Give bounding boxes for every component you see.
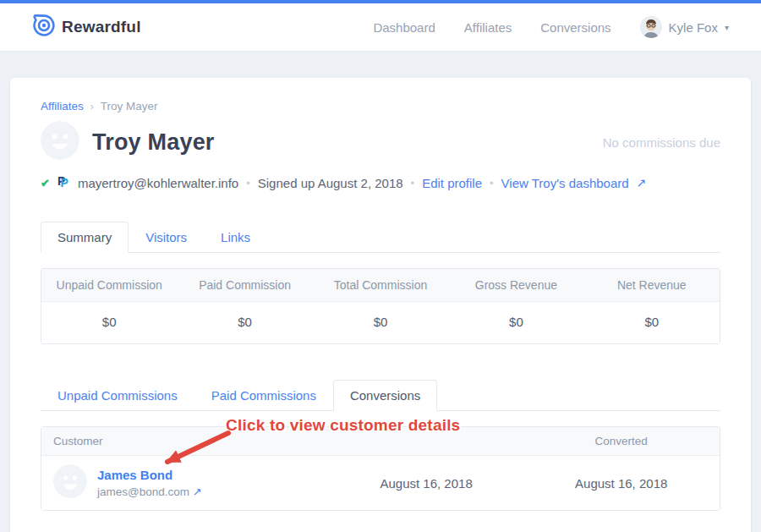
- breadcrumb: Affiliates › Troy Mayer: [41, 100, 720, 112]
- column-header-customer: Customer: [41, 427, 330, 455]
- breadcrumb-current: Troy Mayer: [101, 100, 158, 112]
- external-link-icon: ↗: [637, 176, 647, 189]
- profile-meta-row: ✔ P P mayertroy@kohlerwalter.info • Sign…: [41, 174, 720, 191]
- top-navbar: Rewardful Dashboard Affiliates Conversio…: [0, 3, 761, 52]
- stats-header-row: Unpaid Commission Paid Commission Total …: [41, 269, 720, 302]
- svg-text:P: P: [60, 176, 68, 189]
- customer-avatar: [53, 464, 87, 502]
- stats-header-unpaid: Unpaid Commission: [41, 269, 177, 301]
- converted-date-cell: August 16, 2018: [523, 476, 720, 491]
- tab-unpaid-commissions[interactable]: Unpaid Commissions: [41, 380, 194, 411]
- stats-header-gross: Gross Revenue: [448, 269, 583, 301]
- stats-header-paid: Paid Commission: [177, 269, 312, 301]
- tab-links[interactable]: Links: [204, 222, 267, 253]
- stats-value-net: $0: [584, 302, 720, 343]
- conversions-table: Customer Converted James Bond james@: [41, 426, 720, 511]
- page-title: Troy Mayer: [92, 129, 215, 156]
- profile-header: Troy Mayer No commissions due: [41, 121, 720, 163]
- tab-paid-commissions[interactable]: Paid Commissions: [194, 380, 333, 411]
- verified-check-icon: ✔: [41, 177, 50, 189]
- nav-link-conversions[interactable]: Conversions: [540, 20, 610, 35]
- dot-separator: •: [246, 177, 250, 189]
- chevron-down-icon: ▾: [725, 23, 729, 32]
- affiliate-avatar: [41, 121, 79, 163]
- commission-stats-table: Unpaid Commission Paid Commission Total …: [41, 268, 720, 344]
- customer-email[interactable]: james@bond.com ↗: [97, 485, 202, 498]
- tab-summary[interactable]: Summary: [41, 222, 129, 253]
- stats-value-gross: $0: [448, 302, 583, 343]
- breadcrumb-separator: ›: [90, 101, 94, 112]
- external-link-icon: ↗: [193, 485, 202, 498]
- tab-visitors[interactable]: Visitors: [129, 222, 204, 253]
- commissions-due-note: No commissions due: [603, 135, 720, 150]
- breadcrumb-affiliates-link[interactable]: Affiliates: [41, 100, 84, 112]
- commissions-tabs: Unpaid Commissions Paid Commissions Conv…: [41, 380, 720, 411]
- customer-name-link[interactable]: James Bond: [97, 468, 172, 482]
- summary-tabs: Summary Visitors Links: [41, 222, 720, 253]
- user-name: Kyle Fox: [669, 20, 718, 35]
- nav-link-affiliates[interactable]: Affiliates: [464, 20, 512, 35]
- stats-value-paid: $0: [177, 302, 312, 343]
- brand-name: Rewardful: [62, 18, 141, 36]
- paypal-icon: P P: [57, 174, 70, 191]
- tab-conversions[interactable]: Conversions: [333, 380, 437, 411]
- affiliate-email: mayertroy@kohlerwalter.info: [78, 176, 238, 190]
- edit-profile-link[interactable]: Edit profile: [422, 176, 482, 190]
- dot-separator: •: [411, 177, 415, 189]
- user-menu[interactable]: Kyle Fox ▾: [640, 16, 729, 38]
- nav-link-dashboard[interactable]: Dashboard: [373, 20, 435, 35]
- stats-header-net: Net Revenue: [584, 269, 720, 301]
- stats-values-row: $0 $0 $0 $0 $0: [41, 302, 720, 343]
- user-avatar: [640, 16, 662, 38]
- brand-logo[interactable]: Rewardful: [32, 14, 141, 41]
- column-header-converted: Converted: [523, 427, 720, 455]
- column-header-middle: [330, 427, 523, 455]
- signup-date: Signed up August 2, 2018: [258, 176, 403, 190]
- customer-cell: James Bond james@bond.com ↗: [41, 464, 330, 502]
- conversions-header-row: Customer Converted: [41, 427, 720, 456]
- stats-value-total: $0: [313, 302, 448, 343]
- affiliate-detail-card: Affiliates › Troy Mayer Troy Mayer No co…: [10, 78, 751, 532]
- stats-header-total: Total Commission: [313, 269, 448, 301]
- stats-value-unpaid: $0: [41, 302, 177, 343]
- rewardful-logo-icon: [32, 14, 56, 41]
- view-dashboard-link[interactable]: View Troy's dashboard: [501, 176, 629, 190]
- table-row: James Bond james@bond.com ↗ August 16, 2…: [41, 456, 720, 510]
- dot-separator: •: [490, 177, 494, 189]
- middle-date-cell: August 16, 2018: [330, 476, 523, 491]
